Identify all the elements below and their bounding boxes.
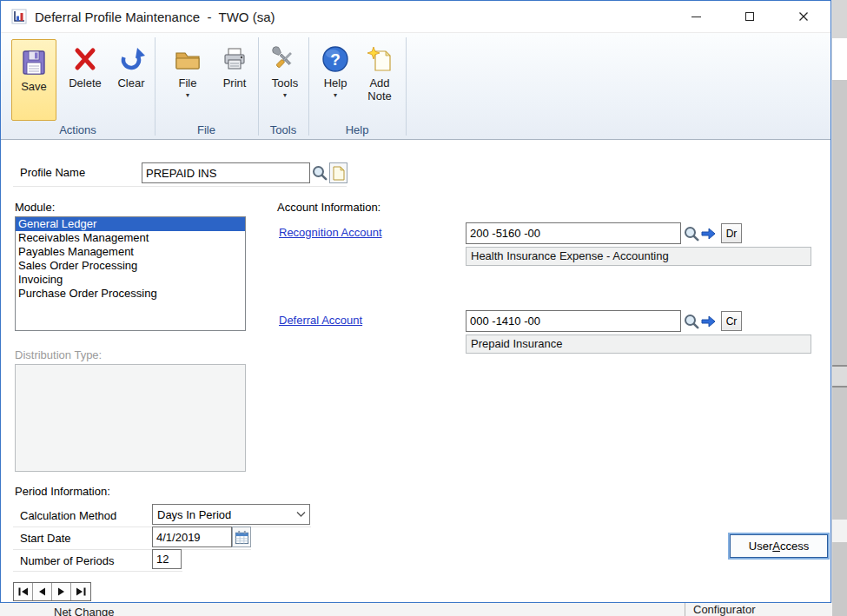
module-item[interactable]: Receivables Management (16, 231, 245, 245)
delete-button[interactable]: Delete (62, 41, 109, 90)
delete-icon (72, 41, 98, 77)
row-divider (13, 549, 251, 550)
deferral-expansion-arrow-icon[interactable] (701, 315, 717, 328)
background-configurator-label: Configurator (693, 603, 756, 616)
calculation-method-value: Days In Period (157, 508, 231, 521)
print-label: Print (223, 77, 247, 90)
last-record-button[interactable] (71, 583, 90, 600)
maximize-button[interactable] (723, 1, 777, 32)
ribbon-group-file: File (155, 123, 258, 136)
tools-menu-button[interactable]: Tools ▾ (263, 41, 307, 98)
previous-record-button[interactable] (33, 583, 52, 600)
module-item[interactable]: Sales Order Processing (16, 259, 245, 273)
ribbon-group-help: Help (308, 123, 406, 136)
help-menu-button[interactable]: ? Help ▾ (315, 41, 355, 98)
clear-label: Clear (117, 77, 144, 90)
module-item[interactable]: Invoicing (16, 273, 245, 287)
profile-note-button[interactable] (329, 162, 347, 183)
profile-name-label: Profile Name (20, 166, 85, 179)
screen: Net Change Configurator Deferral Profile… (0, 0, 847, 616)
record-navigation (13, 582, 91, 601)
calculation-method-dropdown[interactable]: Days In Period (152, 504, 310, 525)
recognition-account-link[interactable]: Recognition Account (279, 226, 382, 239)
ribbon-separator (155, 37, 156, 136)
user-access-label-post: ccess (780, 540, 809, 553)
ribbon-group-tools: Tools (258, 123, 308, 136)
clear-icon (117, 41, 145, 77)
folder-icon (173, 41, 202, 77)
dropdown-arrow-icon: ▾ (334, 92, 337, 98)
file-menu-button[interactable]: File ▾ (166, 41, 209, 98)
close-button[interactable] (777, 1, 830, 32)
last-record-icon (76, 587, 86, 596)
dropdown-arrow-icon: ▾ (283, 92, 287, 98)
start-date-label: Start Date (20, 532, 71, 545)
recognition-account-input[interactable] (466, 222, 681, 244)
add-note-button[interactable]: Add Note (357, 41, 402, 103)
ribbon-group-actions: Actions (1, 123, 155, 136)
form-body: Profile Name Module: General Ledger Rece… (1, 140, 830, 602)
recognition-lookup-icon[interactable] (683, 225, 700, 242)
calendar-button[interactable] (232, 527, 251, 547)
first-record-icon (18, 587, 29, 596)
background-window-right (832, 0, 847, 616)
save-icon (19, 44, 49, 81)
printer-icon (221, 41, 248, 77)
distribution-type-listbox (15, 364, 246, 472)
dropdown-arrow-icon: ▾ (186, 92, 189, 98)
deferral-profile-maintenance-window: Deferral Profile Maintenance - TWO (sa) (0, 0, 831, 603)
recognition-expansion-arrow-icon[interactable] (701, 228, 717, 240)
help-label: Help (324, 77, 347, 90)
background-divider (685, 603, 685, 616)
distribution-type-label: Distribution Type: (15, 348, 102, 361)
deferral-cr-indicator[interactable]: Cr (721, 311, 742, 331)
recognition-account-description: Health Insurance Expense - Accounting (466, 247, 811, 266)
app-icon (11, 9, 27, 24)
background-window-bottom: Net Change Configurator (0, 603, 832, 616)
deferral-account-input[interactable] (466, 310, 681, 332)
delete-label: Delete (69, 77, 102, 90)
module-item[interactable]: Payables Management (16, 245, 245, 259)
user-access-button[interactable]: User Access (730, 534, 828, 558)
save-button[interactable]: Save (11, 39, 56, 121)
ribbon-separator (258, 37, 259, 136)
clear-button[interactable]: Clear (110, 41, 152, 90)
next-record-icon (57, 587, 65, 596)
file-label: File (179, 77, 197, 90)
tools-label: Tools (272, 77, 298, 90)
minimize-button[interactable] (669, 1, 723, 32)
number-of-periods-input[interactable] (152, 549, 182, 569)
profile-name-input[interactable] (142, 162, 310, 183)
print-button[interactable]: Print (213, 41, 256, 90)
background-net-change-label: Net Change (54, 606, 114, 616)
calendar-icon (235, 530, 249, 545)
module-item[interactable]: General Ledger (16, 217, 245, 231)
start-date-input[interactable] (152, 527, 232, 547)
row-divider (13, 186, 347, 187)
add-note-label: Add Note (364, 77, 395, 103)
user-access-label-pre: User (749, 540, 772, 553)
module-label: Module: (15, 201, 55, 214)
user-access-label-accel: A (772, 540, 780, 553)
titlebar[interactable]: Deferral Profile Maintenance - TWO (sa) (1, 1, 830, 32)
window-controls (669, 1, 830, 32)
recognition-dr-indicator[interactable]: Dr (721, 223, 742, 243)
minimize-icon (691, 17, 701, 17)
ribbon-toolbar: Save Delete Clear (1, 32, 830, 140)
help-icon: ? (321, 41, 350, 77)
chevron-down-icon (296, 512, 306, 518)
module-item[interactable]: Purchase Order Processing (16, 287, 245, 301)
next-record-button[interactable] (52, 583, 71, 600)
account-information-label: Account Information: (277, 201, 380, 214)
calculation-method-label: Calculation Method (20, 509, 116, 522)
previous-record-icon (38, 587, 46, 596)
close-icon (798, 11, 809, 22)
ribbon-separator (308, 37, 309, 136)
deferral-account-link[interactable]: Deferral Account (279, 314, 362, 327)
profile-lookup-icon[interactable] (311, 164, 328, 182)
first-record-button[interactable] (14, 583, 33, 600)
row-divider (13, 571, 182, 572)
window-title: Deferral Profile Maintenance - TWO (sa) (35, 10, 275, 24)
number-of-periods-label: Number of Periods (20, 554, 114, 567)
deferral-lookup-icon[interactable] (683, 313, 700, 330)
